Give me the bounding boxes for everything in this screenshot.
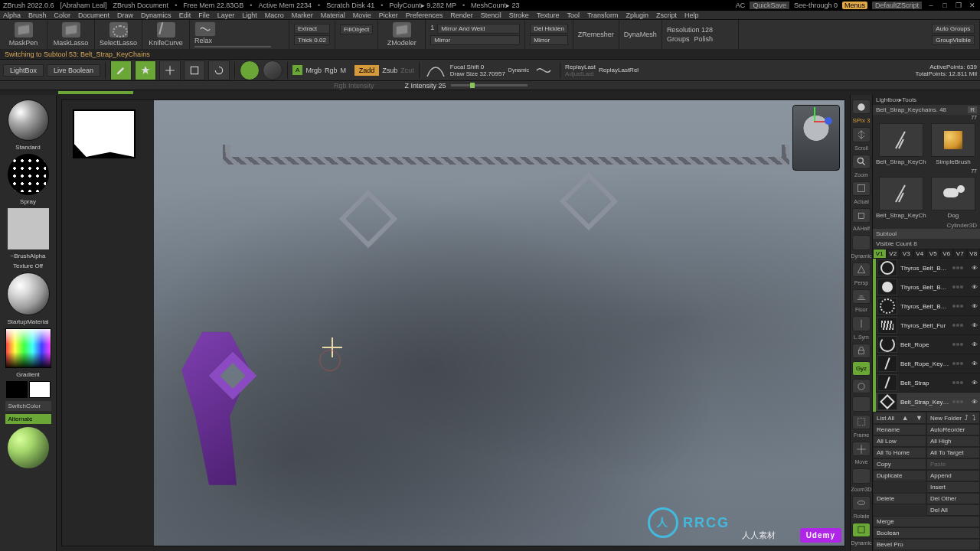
menu-transform[interactable]: Transform — [587, 11, 619, 19]
subtool-row[interactable]: Thyros_Belt_Fur👁 — [876, 316, 980, 335]
merge-section[interactable]: Merge — [873, 516, 980, 527]
menu-layer[interactable]: Layer — [217, 11, 235, 19]
menu-movie[interactable]: Movie — [353, 11, 371, 19]
menu-edit[interactable]: Edit — [179, 11, 191, 19]
tool-thumb-1[interactable] — [879, 123, 923, 157]
menu-brush[interactable]: Brush — [28, 11, 47, 19]
stroke-selector[interactable] — [8, 154, 49, 195]
autogroups-button[interactable]: Auto Groups — [932, 24, 975, 34]
history-bar[interactable] — [0, 90, 980, 95]
vtab-5[interactable]: V5 — [926, 249, 940, 259]
fillobject-button[interactable]: FillObject — [340, 24, 373, 34]
menu-render[interactable]: Render — [450, 11, 473, 19]
menu-file[interactable]: File — [198, 11, 210, 19]
move-mode-button[interactable] — [159, 60, 181, 80]
spix-label[interactable]: SPix 3 — [852, 117, 870, 124]
menus-toggle[interactable]: Menus — [842, 2, 867, 9]
dynamesh-button[interactable]: DynaMesh — [619, 20, 662, 49]
dynamic3d-icon[interactable] — [852, 523, 871, 537]
rgb-button[interactable]: Rgb — [325, 67, 338, 74]
subtool-flags[interactable] — [952, 305, 968, 308]
brush-selector[interactable] — [8, 99, 49, 141]
cylinder3d-label[interactable]: Cylinder3D — [873, 222, 980, 229]
zmodeler-button[interactable]: ZModeler — [378, 20, 426, 49]
close-icon[interactable]: ✕ — [968, 2, 977, 9]
vtab-2[interactable]: V2 — [887, 249, 900, 259]
menu-color[interactable]: Color — [54, 11, 71, 19]
subtool-flags[interactable] — [952, 285, 968, 289]
insert-button[interactable]: Insert — [926, 481, 980, 493]
rename-button[interactable]: Rename — [873, 424, 926, 435]
zsub-button[interactable]: Zsub — [382, 67, 397, 74]
tool-name-field[interactable]: Belt_Strap_Keychains. 48 — [876, 106, 946, 113]
vtab-4[interactable]: V4 — [913, 249, 927, 259]
menu-texture[interactable]: Texture — [537, 11, 560, 19]
edit-mode-button[interactable] — [110, 60, 132, 80]
m-button[interactable]: M — [340, 67, 346, 74]
switchcolor-button[interactable]: SwitchColor — [5, 401, 51, 411]
subtool-flags[interactable] — [952, 266, 968, 269]
delhidden-button[interactable]: Del Hidden — [530, 24, 568, 34]
zremesher-button[interactable]: ZRemesher — [573, 20, 619, 49]
subtool-row[interactable]: Belt_Strap👁 — [876, 373, 980, 393]
liveboolean-button[interactable]: Live Boolean — [47, 64, 100, 77]
focal-shift-label[interactable]: Focal Shift 0 — [450, 64, 505, 70]
tool-thumb-3[interactable] — [879, 177, 923, 210]
lightbox-crumb[interactable]: Lightbox▸Tools — [873, 95, 980, 105]
bevelpro-section[interactable]: Bevel Pro — [873, 539, 980, 550]
knifecurve-button[interactable]: KnifeCurve — [142, 20, 190, 49]
replaylastrel-button[interactable]: ReplayLastRel — [599, 67, 639, 73]
all-to-target-button[interactable]: All To Target — [926, 447, 980, 458]
eye-icon[interactable]: 👁 — [971, 303, 978, 310]
persp-icon[interactable] — [852, 262, 871, 277]
vtab-3[interactable]: V3 — [900, 249, 913, 259]
transparent-icon[interactable] — [852, 396, 871, 411]
bpr-render-icon[interactable] — [852, 99, 871, 114]
axis-gizmo[interactable] — [814, 111, 834, 131]
all-low-button[interactable]: All Low — [873, 435, 926, 447]
relax-icon[interactable] — [194, 21, 216, 37]
menu-macro[interactable]: Macro — [265, 11, 284, 19]
menu-dynamics[interactable]: Dynamics — [141, 11, 172, 19]
groups-toggle[interactable]: Groups — [667, 35, 690, 43]
mirror2-button[interactable]: Mirror — [530, 35, 568, 45]
menu-preferences[interactable]: Preferences — [406, 11, 443, 19]
list-all-button[interactable]: List All▲▼ — [873, 412, 926, 424]
eye-icon[interactable]: 👁 — [971, 360, 978, 367]
z-intensity-label[interactable]: Z Intensity 25 — [405, 82, 446, 90]
lock-icon[interactable] — [852, 344, 871, 358]
menu-document[interactable]: Document — [78, 11, 109, 19]
polish-toggle[interactable]: Polish — [694, 35, 713, 43]
new-folder-button[interactable]: New Folder⤴⤵ — [926, 412, 980, 424]
autoreorder-button[interactable]: AutoReorder — [926, 424, 980, 435]
relax-slider[interactable] — [194, 46, 271, 47]
draw-size-label[interactable]: Draw Size 32.70957 — [450, 70, 505, 77]
tool-thumb-2[interactable] — [931, 123, 975, 157]
subtool-flags[interactable] — [952, 324, 968, 327]
del-other-button[interactable]: Del Other — [926, 493, 980, 504]
menu-draw[interactable]: Draw — [117, 11, 133, 19]
color-picker[interactable] — [5, 328, 51, 368]
lightbox-button[interactable]: LightBox — [3, 64, 44, 77]
menu-stroke[interactable]: Stroke — [509, 11, 529, 19]
replaylast-button[interactable]: ReplayLast — [565, 64, 596, 70]
adjustlast-button[interactable]: AdjustLast — [565, 70, 596, 77]
vtab-8[interactable]: V8 — [967, 249, 981, 259]
maskpen-button[interactable]: MaskPen — [0, 20, 47, 49]
subtool-flags[interactable] — [952, 381, 968, 384]
solo-icon[interactable] — [852, 379, 871, 393]
menu-zscript[interactable]: Zscript — [656, 11, 677, 19]
tool-thumb-4[interactable] — [931, 177, 975, 210]
mrgb-button[interactable]: Mrgb — [305, 67, 322, 74]
boolean-section[interactable]: Boolean — [873, 527, 980, 539]
subtool-flags[interactable] — [952, 400, 968, 403]
z-intensity-slider[interactable] — [451, 84, 528, 86]
menu-picker[interactable]: Picker — [379, 11, 398, 19]
material-preview[interactable] — [8, 427, 49, 468]
menu-marker[interactable]: Marker — [292, 11, 313, 19]
groupvisible-button[interactable]: GroupVisible — [932, 35, 975, 45]
alpha-selector[interactable] — [8, 208, 49, 249]
subtool-flags[interactable] — [952, 343, 968, 346]
scale-mode-button[interactable] — [184, 60, 205, 80]
lazy-mouse-icon[interactable] — [532, 61, 555, 80]
